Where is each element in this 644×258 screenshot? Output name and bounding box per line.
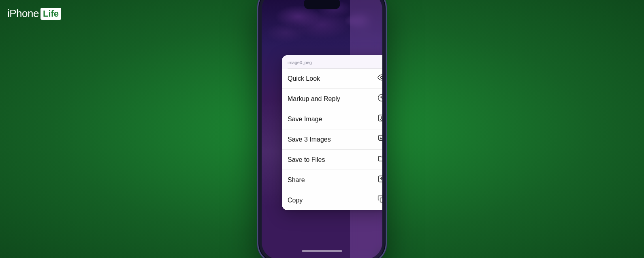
svg-rect-6 [380, 198, 382, 202]
context-menu-filename: image0.jpeg [288, 60, 312, 65]
save-multiple-icon [377, 134, 382, 144]
menu-item-copy[interactable]: Copy [282, 190, 382, 210]
share-icon [377, 175, 382, 185]
copy-icon [377, 195, 382, 205]
eye-icon [377, 73, 382, 84]
share-label: Share [288, 176, 305, 184]
menu-item-markup[interactable]: Markup and Reply [282, 89, 382, 109]
mute-button [257, 30, 258, 42]
phone-container: image0.jpeg Quick Look Markup and Rep [253, 0, 391, 258]
context-menu-header: image0.jpeg [282, 55, 382, 68]
folder-icon [377, 155, 382, 165]
svg-rect-4 [379, 135, 383, 140]
save-image-label: Save Image [288, 116, 322, 123]
menu-item-save-3-images[interactable]: Save 3 Images [282, 129, 382, 150]
save-to-files-label: Save to Files [288, 156, 325, 163]
phone-screen: image0.jpeg Quick Look Markup and Rep [262, 0, 382, 258]
logo-iphone-text: iPhone [7, 7, 39, 20]
markup-icon [377, 94, 382, 104]
menu-item-share[interactable]: Share [282, 170, 382, 190]
context-menu: image0.jpeg Quick Look Markup and Rep [282, 55, 382, 210]
logo-life-text: Life [41, 8, 61, 20]
save-image-icon [377, 114, 382, 124]
dynamic-island [304, 0, 340, 9]
save-3-images-label: Save 3 Images [288, 136, 331, 143]
power-button [386, 38, 387, 62]
logo: iPhone Life [7, 7, 61, 20]
copy-label: Copy [288, 197, 303, 204]
markup-label: Markup and Reply [288, 95, 340, 103]
menu-item-quick-look[interactable]: Quick Look [282, 69, 382, 89]
quick-look-label: Quick Look [288, 75, 320, 82]
home-bar [302, 250, 342, 252]
volume-up-button [257, 48, 258, 70]
menu-item-save-to-files[interactable]: Save to Files [282, 150, 382, 170]
menu-item-save-image[interactable]: Save Image [282, 109, 382, 129]
phone-frame: image0.jpeg Quick Look Markup and Rep [257, 0, 387, 258]
volume-down-button [257, 74, 258, 97]
svg-point-0 [381, 77, 383, 79]
